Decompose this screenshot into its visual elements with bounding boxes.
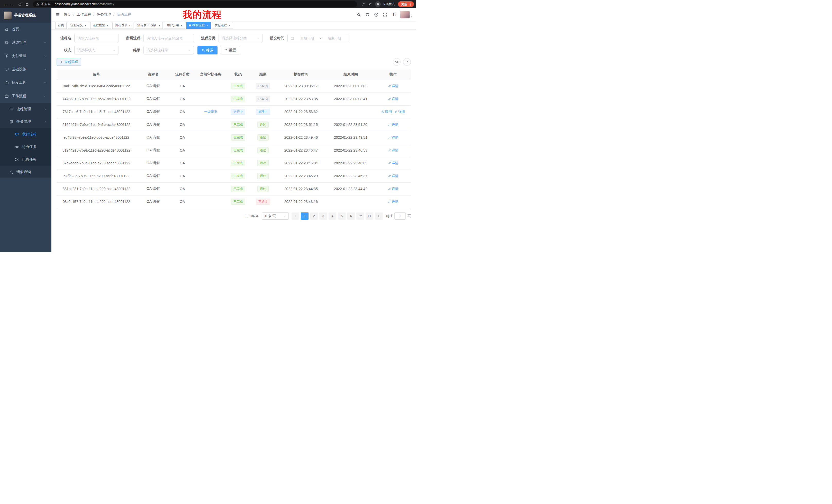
menu-dots-icon[interactable]: ⋮ (409, 2, 412, 6)
table-row: 03c6c157-7b9a-11ec-a290-acde48001122OA 请… (57, 195, 411, 208)
tab-process-form-edit[interactable]: 流程表单-编辑× (135, 22, 163, 29)
sidebar-item-label: 工作流程 (12, 94, 26, 99)
close-icon[interactable]: × (229, 24, 231, 27)
detail-link[interactable]: 详情 (388, 174, 398, 178)
help-icon[interactable] (372, 10, 381, 19)
cell-id: 2152467e-7b9b-11ec-9a1b-acde48001122 (57, 118, 136, 131)
back-button[interactable]: ← (2, 1, 9, 7)
github-icon[interactable] (364, 10, 372, 19)
close-icon[interactable]: × (206, 24, 208, 27)
avatar[interactable] (400, 11, 410, 19)
process-name-input[interactable] (74, 34, 119, 43)
breadcrumb-item[interactable]: 工作流程 (77, 12, 91, 17)
filter-label: 提交时间 (266, 36, 284, 40)
sidebar-item-home[interactable]: 首页 (0, 23, 51, 36)
sidebar-item-workflow[interactable]: 工作流程 (0, 89, 51, 103)
breadcrumb-item[interactable]: 首页 (64, 12, 71, 17)
category-select[interactable]: 请选择流程分类 (218, 34, 263, 43)
refresh-button[interactable] (17, 1, 23, 7)
detail-link[interactable]: 详情 (388, 96, 398, 101)
sidebar-item-my-process[interactable]: 我的流程 (0, 128, 51, 141)
table-row: 67c2eaab-7b9a-11ec-a290-acde48001122OA 请… (57, 157, 411, 170)
chevron-up-icon (44, 120, 47, 123)
star-icon[interactable] (367, 1, 373, 7)
process-id-input[interactable] (144, 34, 194, 43)
detail-link[interactable]: 详情 (388, 148, 398, 152)
detail-link[interactable]: 详情 (394, 109, 405, 114)
tab-home[interactable]: 首页 (55, 22, 67, 29)
cell-id: 7470a810-7b9b-11ec-b5b7-acde48001122 (57, 92, 136, 105)
close-icon[interactable]: × (84, 24, 86, 27)
tab-process-definition[interactable]: 流程定义× (68, 22, 89, 29)
next-page-button[interactable] (375, 213, 383, 220)
tab-user-group[interactable]: 用户分组× (164, 22, 185, 29)
sidebar-item-done-tasks[interactable]: 已办任务 (0, 153, 51, 166)
cell-status: 已完成 (227, 92, 250, 105)
cell-operations: 详情 (375, 195, 411, 208)
create-process-button[interactable]: 发起流程 (57, 58, 81, 66)
sidebar-item-infrastructure[interactable]: 基础设施 (0, 63, 51, 76)
tab-process-form[interactable]: 流程表单× (112, 22, 133, 29)
detail-link[interactable]: 详情 (388, 161, 398, 165)
cell-submit-time: 2022-01-22 23:46:04 (276, 157, 326, 170)
forward-button[interactable]: → (9, 1, 16, 7)
key-icon[interactable] (360, 1, 366, 7)
breadcrumb-item[interactable]: 任务管理 (97, 12, 111, 17)
sidebar-item-todo-tasks[interactable]: 待办任务 (0, 141, 51, 153)
cell-process-name: OA 请假 (136, 131, 170, 144)
tab-my-process[interactable]: 我的流程× (186, 22, 211, 29)
reset-button[interactable]: 重置 (220, 46, 240, 54)
close-icon[interactable]: × (181, 24, 183, 27)
prev-page-button[interactable] (291, 213, 299, 220)
date-range-picker[interactable]: 开始日期 - 结束日期 (287, 34, 348, 43)
sidebar-toggle[interactable] (51, 8, 64, 21)
page-ellipsis[interactable]: ••• (356, 213, 364, 220)
page-button-5[interactable]: 5 (338, 213, 345, 220)
sidebar-item-task-mgmt[interactable]: 任务管理 (0, 115, 51, 128)
status-badge: 已完成 (231, 160, 245, 166)
show-search-button[interactable] (393, 58, 400, 66)
page-button-1[interactable]: 1 (301, 213, 309, 220)
refresh-table-button[interactable] (403, 58, 411, 66)
detail-link[interactable]: 详情 (388, 187, 398, 191)
sidebar-item-devtools[interactable]: 研发工具 (0, 76, 51, 89)
detail-link[interactable]: 详情 (388, 135, 398, 140)
sidebar-item-leave-query[interactable]: 请假查询 (0, 166, 51, 178)
page-button-6[interactable]: 6 (347, 213, 355, 220)
page-button-3[interactable]: 3 (319, 213, 327, 220)
tab-start-process[interactable]: 发起流程× (212, 22, 233, 29)
current-task-link[interactable]: 一级审批 (204, 109, 217, 114)
page-button-4[interactable]: 4 (329, 213, 336, 220)
status-select[interactable]: 请选择状态 (74, 46, 119, 54)
close-icon[interactable]: × (158, 24, 160, 27)
page-button-11[interactable]: 11 (366, 213, 373, 220)
app-logo[interactable]: 芋道管理系统 (0, 8, 51, 23)
search-icon[interactable] (355, 10, 363, 19)
fullscreen-icon[interactable] (381, 10, 389, 19)
close-icon[interactable]: × (129, 24, 131, 27)
detail-link[interactable]: 详情 (388, 84, 398, 88)
sidebar-item-label: 研发工具 (12, 80, 26, 85)
page-size-select[interactable]: 10条/页 (262, 213, 289, 220)
goto-page-input[interactable] (394, 213, 406, 220)
edit-icon (388, 97, 391, 101)
close-icon[interactable]: × (107, 24, 109, 27)
detail-link[interactable]: 详情 (388, 199, 398, 204)
sidebar-item-payment[interactable]: 支付管理 (0, 49, 51, 63)
sidebar-item-process-mgmt[interactable]: 流程管理 (0, 103, 51, 115)
monitor-icon (5, 67, 9, 72)
address-bar[interactable]: 不安全 dashboard.yudao.iocoder.cn/bpm/task/… (33, 1, 357, 7)
sidebar-item-system[interactable]: 系统管理 (0, 36, 51, 49)
tab-process-model[interactable]: 流程模型× (90, 22, 111, 29)
cell-id: 7317cec6-7b9b-11ec-b5b7-acde48001122 (57, 105, 136, 118)
search-button[interactable]: 搜索 (198, 46, 217, 54)
page-button-2[interactable]: 2 (310, 213, 318, 220)
home-button[interactable] (24, 1, 30, 7)
cancel-link[interactable]: 取消 (381, 109, 392, 114)
update-button[interactable]: 更新 ⋮ (398, 1, 414, 7)
font-size-icon[interactable]: TT (390, 10, 398, 19)
result-select[interactable]: 请选择流结果 (144, 46, 194, 54)
detail-link[interactable]: 详情 (388, 122, 398, 127)
cell-current-task (194, 170, 227, 183)
cell-category: OA (170, 183, 194, 195)
